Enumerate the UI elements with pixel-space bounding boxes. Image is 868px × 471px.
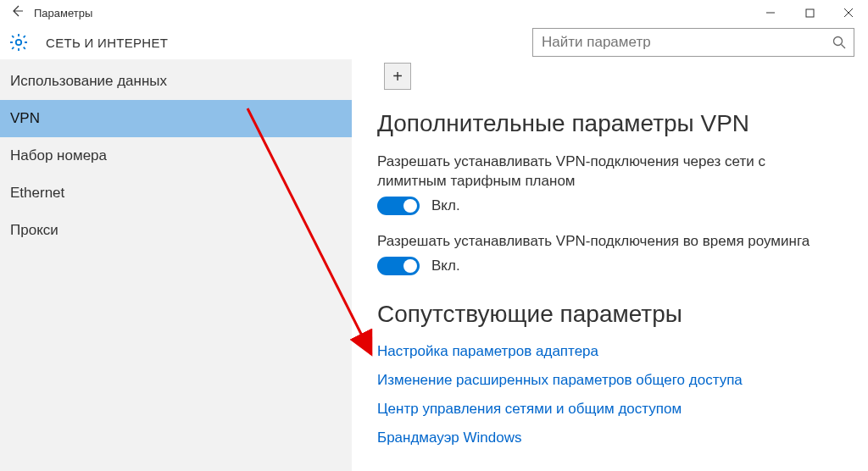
window-title: Параметры [34,7,92,19]
close-icon [843,8,854,18]
maximize-button[interactable] [790,0,829,25]
toggle-knob [403,199,417,213]
svg-point-2 [834,37,843,46]
related-links: Настройка параметров адаптера Изменение … [377,343,843,446]
header: СЕТЬ И ИНТЕРНЕТ [0,25,868,59]
sidebar-item-vpn[interactable]: VPN [0,100,352,137]
sidebar-item-data-usage[interactable]: Использование данных [0,63,352,100]
setting-label: Разрешать устанавливать VPN-подключения … [377,232,826,252]
section-title: СЕТЬ И ИНТЕРНЕТ [46,36,532,50]
back-button[interactable] [0,4,34,21]
sidebar-item-label: Ethernet [10,185,64,201]
main-panel: + Дополнительные параметры VPN Разрешать… [352,59,868,471]
search-icon[interactable] [825,36,854,49]
sidebar-item-label: Прокси [10,222,58,238]
link-network-center[interactable]: Центр управления сетями и общим доступом [377,401,843,418]
settings-gear-icon[interactable] [7,30,31,54]
related-heading: Сопутствующие параметры [377,301,843,328]
maximize-icon [805,8,815,18]
toggle-metered[interactable] [377,197,420,215]
svg-rect-0 [806,9,814,17]
link-advanced-sharing[interactable]: Изменение расширенных параметров общего … [377,372,843,389]
add-vpn-button[interactable]: + [384,63,411,90]
toggle-knob [403,259,417,273]
titlebar: Параметры [0,0,868,25]
setting-metered: Разрешать устанавливать VPN-подключения … [377,152,843,215]
sidebar-item-label: VPN [10,110,40,126]
setting-label: Разрешать устанавливать VPN-подключения … [377,152,826,191]
sidebar-item-proxy[interactable]: Прокси [0,212,352,249]
link-adapter-settings[interactable]: Настройка параметров адаптера [377,343,843,360]
search-input[interactable] [533,29,825,56]
close-button[interactable] [829,0,868,25]
link-firewall[interactable]: Брандмауэр Windows [377,429,843,446]
plus-icon: + [392,67,403,86]
sidebar-item-label: Набор номера [10,147,107,163]
search-box[interactable] [532,28,854,57]
sidebar-item-ethernet[interactable]: Ethernet [0,175,352,212]
toggle-roaming[interactable] [377,257,420,275]
back-arrow-icon [10,4,24,18]
sidebar-item-label: Использование данных [10,73,167,89]
sidebar-item-dialup[interactable]: Набор номера [0,137,352,175]
setting-roaming: Разрешать устанавливать VPN-подключения … [377,232,843,275]
sidebar: Использование данных VPN Набор номера Et… [0,59,352,471]
advanced-heading: Дополнительные параметры VPN [377,110,843,137]
toggle-state-label: Вкл. [431,197,460,214]
minimize-button[interactable] [751,0,790,25]
svg-point-1 [16,40,21,45]
toggle-state-label: Вкл. [431,258,460,274]
minimize-icon [765,8,776,18]
